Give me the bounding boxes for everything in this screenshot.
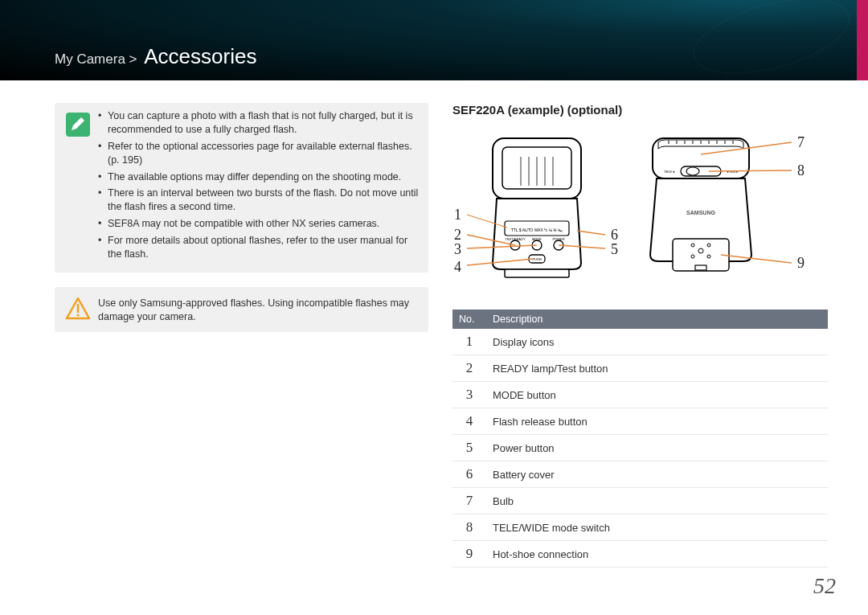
table-row: 6Battery cover xyxy=(452,461,828,488)
svg-point-2 xyxy=(76,314,79,316)
warning-text: Use only Samsung-approved flashes. Using… xyxy=(98,293,420,324)
info-note-item: For more details about optional flashes,… xyxy=(98,234,420,261)
flash-front-diagram: TTL $ AUTO MAX ½ ¼ ⅛ ¹⁄₁₆ TEST/READY MOD… xyxy=(452,126,613,287)
section-title: SEF220A (example) (optional) xyxy=(452,103,828,117)
svg-text:►WIDE: ►WIDE xyxy=(727,170,739,174)
info-note-item: Refer to the optional accessories page f… xyxy=(98,140,420,167)
svg-rect-20 xyxy=(505,269,569,277)
callout-6: 6 xyxy=(611,227,618,244)
table-row: 3MODE button xyxy=(452,382,828,408)
right-column: SEF220A (example) (optional) xyxy=(452,103,828,568)
page-title: Accessories xyxy=(144,44,256,68)
svg-point-43 xyxy=(698,248,703,253)
svg-point-45 xyxy=(707,244,710,247)
description-table: No. Description 1Display icons 2READY la… xyxy=(452,310,828,568)
svg-text:PUSH: PUSH xyxy=(532,257,541,261)
info-note-box: You can capture a photo with a flash tha… xyxy=(55,103,428,273)
page-header: My Camera > Accessories xyxy=(0,0,868,80)
page-number: 52 xyxy=(813,573,836,599)
svg-text:TELE◄: TELE◄ xyxy=(664,170,675,174)
svg-text:TEST/READY: TEST/READY xyxy=(505,237,525,241)
header-decor xyxy=(686,0,858,88)
callout-3: 3 xyxy=(454,241,461,258)
svg-text:MODE: MODE xyxy=(532,237,542,241)
info-note-item: There is an interval between two bursts … xyxy=(98,187,420,214)
flash-back-diagram: TELE◄ ►WIDE SAMSUNG xyxy=(633,126,801,287)
pencil-icon xyxy=(63,109,93,140)
svg-line-26 xyxy=(577,231,605,235)
svg-point-47 xyxy=(707,255,710,258)
table-row: 7Bulb xyxy=(452,488,828,515)
svg-point-46 xyxy=(691,255,694,258)
th-desc: Description xyxy=(486,310,828,329)
table-row: 1Display icons xyxy=(452,329,828,355)
svg-point-38 xyxy=(686,167,699,175)
diagram-row: TTL $ AUTO MAX ½ ¼ ⅛ ¹⁄₁₆ TEST/READY MOD… xyxy=(452,126,828,287)
callout-9: 9 xyxy=(797,255,805,272)
svg-text:TTL  $  AUTO MAX  ½ ¼ ⅛ ¹⁄₁₆: TTL $ AUTO MAX ½ ¼ ⅛ ¹⁄₁₆ xyxy=(511,228,563,232)
table-row: 4Flash release button xyxy=(452,408,828,435)
table-row: 8TELE/WIDE mode switch xyxy=(452,515,828,541)
warning-note-box: Use only Samsung-approved flashes. Using… xyxy=(55,287,428,332)
callout-8: 8 xyxy=(797,162,805,179)
breadcrumb-path: My Camera > xyxy=(55,51,137,67)
callout-7: 7 xyxy=(797,134,805,151)
callout-4: 4 xyxy=(454,259,461,276)
callout-1: 1 xyxy=(454,207,461,223)
svg-text:POWER: POWER xyxy=(552,237,564,241)
svg-rect-48 xyxy=(695,265,706,270)
table-row: 5Power button xyxy=(452,435,828,461)
content-area: You can capture a photo with a flash tha… xyxy=(0,80,868,568)
info-note-item: SEF8A may not be compatible with other N… xyxy=(98,217,420,231)
th-no: No. xyxy=(452,310,486,329)
info-notes-list: You can capture a photo with a flash tha… xyxy=(98,109,420,264)
svg-point-44 xyxy=(691,244,694,247)
warning-icon xyxy=(63,293,93,324)
breadcrumb: My Camera > Accessories xyxy=(55,44,256,69)
info-note-item: You can capture a photo with a flash tha… xyxy=(98,109,420,137)
left-column: You can capture a photo with a flash tha… xyxy=(55,103,428,568)
callout-5: 5 xyxy=(611,241,618,258)
svg-text:SAMSUNG: SAMSUNG xyxy=(686,210,715,215)
info-note-item: The available options may differ dependi… xyxy=(98,170,420,184)
table-row: 9Hot-shoe connection xyxy=(452,541,828,568)
table-row: 2READY lamp/Test button xyxy=(452,355,828,382)
